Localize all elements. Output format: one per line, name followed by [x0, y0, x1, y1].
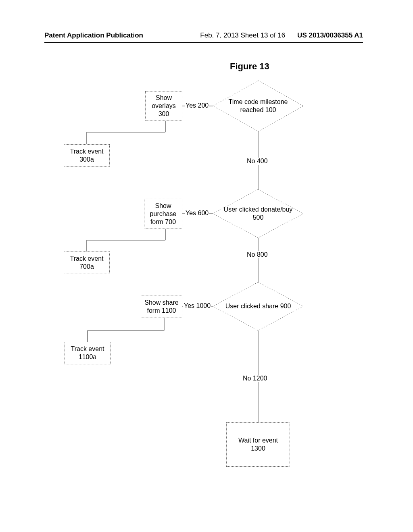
decision-donate-buy-label: User clicked donate/buy 500 [218, 189, 298, 238]
box-line: Show [155, 202, 171, 210]
process-track-event-700a: Track event 700a [64, 251, 110, 274]
box-line: purchase [150, 210, 177, 218]
process-track-event-300a: Track event 300a [64, 144, 110, 167]
decision-timecode-100: Time code milestone reached 100 [218, 82, 298, 130]
box-line: form 700 [150, 218, 176, 226]
edge-yes-200: Yes 200 [185, 102, 209, 109]
flowchart-connectors [0, 0, 413, 532]
box-line: Show share [144, 299, 179, 307]
box-line: 1100a [79, 353, 97, 361]
decision-timecode-label: Time code milestone reached 100 [218, 82, 298, 130]
box-line: 300 [159, 110, 169, 118]
box-line: Track event [70, 255, 104, 263]
edge-yes-600: Yes 600 [185, 210, 209, 217]
box-line: Show [156, 94, 172, 102]
box-line: 1300 [251, 445, 265, 453]
edge-yes-1000: Yes 1000 [183, 302, 211, 310]
edge-no-400: No 400 [246, 158, 269, 165]
box-line: 700a [79, 263, 94, 271]
box-line: 300a [79, 156, 94, 164]
edge-no-800: No 800 [246, 251, 269, 258]
process-show-share-1100: Show share form 1100 [141, 295, 182, 318]
box-line: form 1100 [147, 307, 176, 315]
process-show-purchase-700: Show purchase form 700 [144, 199, 182, 229]
decision-share-900: User clicked share 900 [218, 282, 298, 330]
process-show-overlays-300: Show overlays 300 [145, 91, 182, 121]
process-wait-for-event-1300: Wait for event 1300 [226, 422, 290, 467]
process-track-event-1100a: Track event 1100a [65, 342, 111, 364]
box-line: overlays [152, 102, 176, 110]
box-line: Wait for event [238, 436, 278, 445]
decision-share-label: User clicked share 900 [218, 282, 298, 330]
edge-no-1200: No 1200 [242, 375, 268, 382]
box-line: Track event [70, 148, 104, 156]
decision-donate-buy-500: User clicked donate/buy 500 [218, 189, 298, 238]
box-line: Track event [71, 345, 104, 353]
